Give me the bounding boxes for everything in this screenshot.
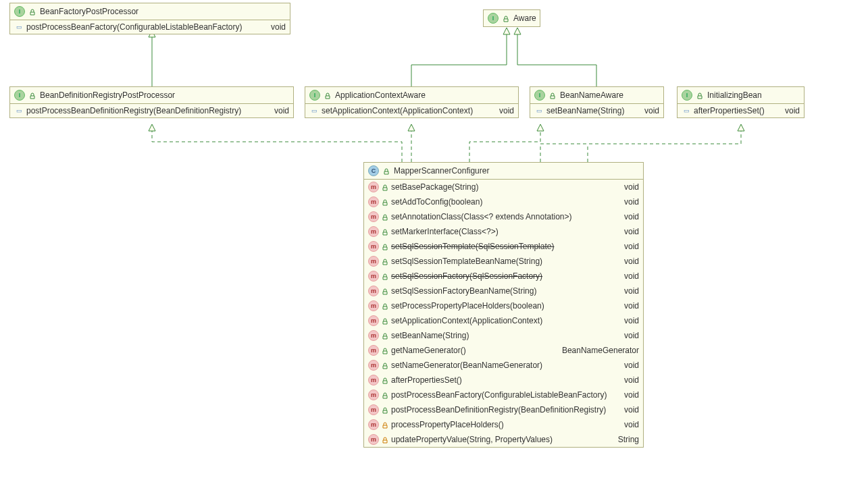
box-initializing-bean[interactable]: InitializingBean afterPropertiesSet() vo… [677,86,805,118]
method-row: setSqlSessionTemplate(SqlSessionTemplate… [364,239,643,254]
class-title: InitializingBean [707,90,762,100]
method-name: afterPropertiesSet() [694,106,777,115]
method-return: BeanNameGenerator [557,346,639,355]
method-icon [368,360,379,371]
interface-icon [309,90,320,101]
method-name: setBeanName(String) [546,106,636,115]
abstract-method-icon [309,106,319,115]
interface-icon [14,90,25,101]
method-return: void [619,331,639,340]
lock-icon [696,92,703,99]
method-name: setNameGenerator(BeanNameGenerator) [391,361,616,370]
method-name: setMarkerInterface(Class<?>) [391,227,616,236]
box-aware[interactable]: Aware [483,9,540,27]
class-icon [368,165,379,176]
lock-icon [383,167,390,174]
method-return: void [619,286,639,296]
box-mapper-scanner-configurer[interactable]: MapperScannerConfigurer setBasePackage(S… [363,162,644,448]
method-row: setNameGenerator(BeanNameGenerator)void [364,358,643,373]
method-icon [368,271,379,282]
lock-icon [382,213,388,220]
method-row: setProcessPropertyPlaceHolders(boolean)v… [364,298,643,313]
lock-icon [549,92,556,99]
method-row: setMarkerInterface(Class<?>)void [364,224,643,239]
method-name: postProcessBeanFactory(ConfigurableLista… [391,390,616,400]
method-return: void [619,361,639,370]
method-return: void [619,405,639,415]
method-icon [368,241,379,252]
box-application-context-aware[interactable]: ApplicationContextAware setApplicationCo… [305,86,519,118]
lock-icon [382,421,388,428]
interface-icon [14,6,25,17]
method-name: setSqlSessionFactory(SqlSessionFactory) [391,271,616,281]
lock-icon [382,198,388,205]
method-name: processPropertyPlaceHolders() [391,420,616,429]
abstract-method-icon [14,106,24,115]
method-name: setApplicationContext(ApplicationContext… [322,106,491,115]
box-bean-definition-registry-post-processor[interactable]: BeanDefinitionRegistryPostProcessor post… [9,86,294,118]
method-return: void [265,22,286,32]
method-return: void [619,227,639,236]
method-icon [368,286,379,296]
method-icon [368,345,379,356]
interface-icon [682,90,692,101]
method-icon [368,196,379,207]
method-row: postProcessBeanFactory(ConfigurableLista… [364,388,643,402]
method-row: setApplicationContext(ApplicationContext… [364,313,643,328]
interface-icon [488,13,499,24]
method-return: void [619,271,639,281]
method-name: getNameGenerator() [391,346,554,355]
method-row: setAnnotationClass(Class<? extends Annot… [364,209,643,224]
method-row: setApplicationContext(ApplicationContext… [305,104,518,117]
class-title: MapperScannerConfigurer [394,166,489,176]
method-name: afterPropertiesSet() [391,375,616,385]
lock-icon [382,243,388,250]
method-name: updatePropertyValue(String, PropertyValu… [391,435,610,444]
lock-icon [382,436,388,443]
class-header: BeanFactoryPostProcessor [10,3,290,20]
method-icon [368,182,379,192]
class-header: InitializingBean [678,87,804,104]
method-return: void [619,197,639,207]
method-icon [368,419,379,430]
lock-icon [382,302,388,309]
lock-icon [29,92,36,99]
method-row: postProcessBeanFactory(ConfigurableLista… [10,20,290,34]
method-row: afterPropertiesSet() void [678,104,804,117]
lock-icon [382,184,388,190]
method-return: void [269,106,289,115]
lock-icon [382,288,388,294]
abstract-method-icon [682,106,691,115]
method-row: updatePropertyValue(String, PropertyValu… [364,432,643,447]
method-icon [368,330,379,341]
method-return: void [619,301,639,311]
method-row: getNameGenerator()BeanNameGenerator [364,343,643,358]
method-name: setSqlSessionTemplate(SqlSessionTemplate… [391,242,616,251]
method-return: void [619,257,639,266]
class-header: ApplicationContextAware [305,87,518,104]
method-name: setSqlSessionFactoryBeanName(String) [391,286,616,296]
class-title: BeanFactoryPostProcessor [40,7,138,16]
method-return: void [619,316,639,325]
method-row: setBeanName(String)void [364,328,643,343]
method-icon [368,375,379,385]
method-name: postProcessBeanFactory(ConfigurableLista… [26,22,263,32]
class-title: BeanDefinitionRegistryPostProcessor [40,90,175,100]
method-row: setSqlSessionTemplateBeanName(String)voi… [364,254,643,269]
method-return: String [613,435,639,444]
lock-icon [382,406,388,413]
lock-icon [382,317,388,324]
method-return: void [780,106,800,115]
method-return: void [639,106,659,115]
method-return: void [619,420,639,429]
box-bean-factory-post-processor[interactable]: BeanFactoryPostProcessor postProcessBean… [9,3,290,34]
method-row: setSqlSessionFactoryBeanName(String)void [364,284,643,298]
method-name: postProcessBeanDefinitionRegistry(BeanDe… [391,405,616,415]
abstract-method-icon [534,106,544,115]
method-icon [368,404,379,415]
lock-icon [382,392,388,398]
class-header: Aware [484,10,540,26]
class-header: BeanNameAware [530,87,663,104]
box-bean-name-aware[interactable]: BeanNameAware setBeanName(String) void [530,86,664,118]
lock-icon [382,362,388,369]
